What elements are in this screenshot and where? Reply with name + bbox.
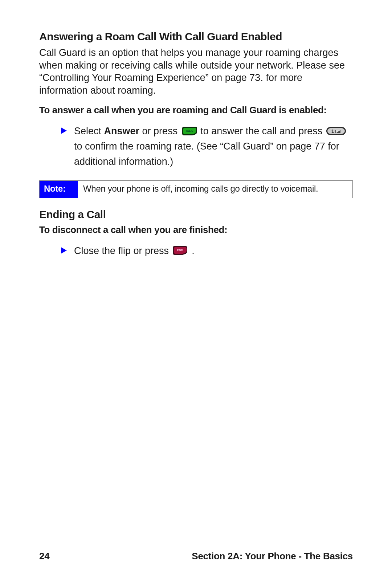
callguard-paragraph: Call Guard is an option that helps you m… — [39, 46, 353, 97]
talk-key-icon: TALK — [181, 126, 197, 136]
text-frag: Select — [74, 126, 104, 136]
ending-bullet: Close the flip or press END . — [39, 244, 353, 259]
text-frag: to confirm the roaming rate. (See “Call … — [74, 141, 339, 167]
svg-text:TALK: TALK — [185, 129, 193, 132]
page-footer: 24 Section 2A: Your Phone - The Basics — [0, 551, 392, 562]
triangle-bullet-icon — [61, 247, 67, 254]
answer-lead: To answer a call when you are roaming an… — [39, 105, 353, 116]
heading-answer-roam: Answering a Roam Call With Call Guard En… — [39, 30, 353, 43]
triangle-bullet-icon — [61, 127, 67, 134]
ending-lead: To disconnect a call when you are finish… — [39, 224, 353, 236]
svg-text:1: 1 — [331, 128, 334, 134]
text-frag: . — [189, 245, 195, 256]
svg-text:END: END — [177, 249, 183, 252]
text-frag: or press — [139, 126, 180, 136]
ending-bullet-text: Close the flip or press END . — [74, 244, 353, 259]
answer-bullet: Select Answer or press TALK to answer th… — [39, 124, 353, 170]
one-key-icon: 1 — [326, 126, 346, 136]
note-label: Note: — [40, 181, 78, 198]
text-frag: Close the flip or press — [74, 245, 172, 256]
answer-label: Answer — [104, 126, 140, 136]
manual-page: Answering a Roam Call With Call Guard En… — [0, 0, 392, 588]
answer-bullet-text: Select Answer or press TALK to answer th… — [74, 124, 353, 170]
end-key-icon: END — [172, 246, 188, 255]
text-frag: to answer the call and press — [198, 126, 325, 136]
note-body: When your phone is off, incoming calls g… — [78, 181, 352, 198]
section-label: Section 2A: Your Phone - The Basics — [192, 551, 353, 562]
page-number: 24 — [39, 551, 49, 562]
heading-ending-call: Ending a Call — [39, 208, 353, 221]
note-box: Note: When your phone is off, incoming c… — [39, 180, 353, 198]
